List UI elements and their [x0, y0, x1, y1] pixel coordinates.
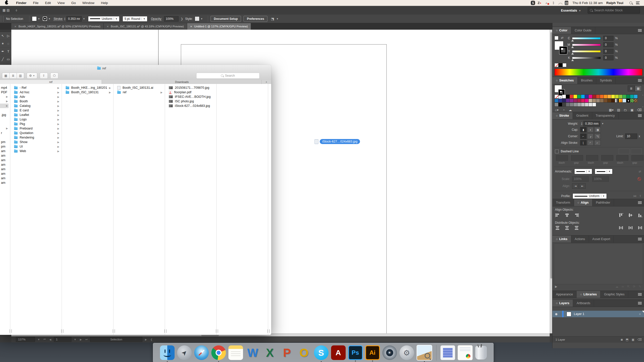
dock-chrome[interactable] [211, 345, 226, 360]
dashed-line-checkbox[interactable] [555, 150, 559, 153]
swatch-chip[interactable] [566, 99, 570, 103]
swatch-options-icon[interactable]: ▤ [617, 108, 620, 112]
swatch-chip[interactable] [634, 99, 638, 103]
dash-align-button[interactable] [631, 149, 642, 154]
finder-window[interactable]: ref ▦ ≣ ▥ ⚙▼ ⇪ ⬠ Search ref Downloads + … [0, 65, 271, 335]
swatch-chip[interactable] [630, 99, 634, 103]
slider-handle[interactable] [571, 53, 574, 55]
slider-value-field[interactable]: 0 [603, 55, 614, 60]
slider-value-field[interactable]: 0 [603, 42, 614, 47]
make-mask-icon[interactable]: ◙ [621, 338, 623, 341]
weight-stepper[interactable]: ▲▼ [581, 122, 583, 125]
dock-excel[interactable]: X [263, 345, 277, 360]
none-swatch[interactable] [554, 95, 558, 99]
swatch-chip[interactable] [634, 95, 638, 99]
magic-wand-tool[interactable]: ✶ [0, 40, 6, 48]
swatch-libraries-icon[interactable]: ⌂▾ [555, 108, 558, 112]
finder-item[interactable]: UI▶ [11, 144, 61, 149]
swatch-chip[interactable] [607, 99, 611, 103]
swatch-chip[interactable] [588, 103, 592, 107]
color-tab-color[interactable]: ◇Color [552, 27, 571, 34]
variable-width-profile-dropdown[interactable]: Uniform▼ [88, 16, 119, 22]
sliver-item[interactable]: r [1, 131, 9, 135]
swatch-chip[interactable] [619, 99, 623, 103]
new-tab-button[interactable]: + [261, 80, 271, 84]
menu-item-window[interactable]: Window [79, 1, 98, 5]
menu-item-file[interactable]: File [30, 1, 42, 5]
sliver-item[interactable]: pm [1, 144, 9, 149]
swatch-chip[interactable] [600, 99, 604, 103]
finder-item[interactable]: E card▶ [11, 108, 61, 113]
swatch-chip[interactable] [581, 99, 585, 103]
align-tab-pathfinder[interactable]: Pathfinder [592, 199, 614, 206]
swatch-chip[interactable] [573, 103, 577, 107]
align-horizontal-1-button[interactable] [555, 213, 560, 218]
swatch-chip[interactable] [573, 95, 577, 99]
clipboard-status-icon[interactable]: ▤ [565, 1, 568, 5]
dock-trash[interactable] [475, 346, 487, 359]
menu-clock[interactable]: Thu 8 Feb 11:38 am [572, 1, 603, 5]
swatch-chip[interactable] [562, 95, 566, 99]
swatch-chip[interactable] [570, 95, 574, 99]
drag-ghost[interactable]: iStock-627…024x683.jpg [314, 139, 360, 144]
swatch-chip[interactable] [581, 95, 585, 99]
swatch-chip[interactable] [577, 95, 581, 99]
layer-name[interactable]: Layer 1 [574, 312, 584, 316]
document-tab-1[interactable]: ✕Booth_HKEF_Spring_180201.ai* @ 50% (CMY… [11, 23, 104, 30]
slider-track[interactable] [572, 44, 601, 46]
stroke-proxy[interactable] [559, 47, 567, 54]
list-view-button[interactable]: ≣ [628, 85, 635, 92]
panel-grip[interactable] [1, 16, 4, 22]
swatch-chip[interactable] [607, 95, 611, 99]
annotate-status-icon[interactable]: Z+ [537, 1, 542, 5]
dock-downloads-stack[interactable] [458, 345, 473, 360]
new-swatch-icon[interactable]: ▣ [630, 108, 633, 112]
slider-track[interactable] [572, 57, 601, 59]
swatch-chip[interactable] [592, 99, 596, 103]
isolate-mode-icon[interactable]: ⬔ [271, 17, 274, 21]
slider-handle[interactable] [571, 39, 574, 41]
type-tool[interactable]: T [6, 48, 11, 55]
last-artboard-button[interactable]: ⏭ [84, 338, 89, 341]
swatch-chip[interactable] [558, 99, 562, 103]
zoom-level-field[interactable]: 137% [16, 337, 35, 342]
document-tab-3[interactable]: ✕Untitled-1 @ 137% (CMYK/GPU Preview) [187, 23, 251, 30]
stroke-tab-stroke[interactable]: ◇Stroke [552, 112, 573, 119]
align-vertical-1-button[interactable] [619, 213, 624, 218]
swatch-chip[interactable] [562, 99, 566, 103]
pen-tool[interactable]: ✒ [0, 48, 6, 55]
close-tab-icon[interactable]: ✕ [14, 25, 16, 28]
dash-preserve-button[interactable] [619, 149, 630, 154]
finder-item[interactable]: Preboard▶ [11, 126, 61, 131]
finder-item[interactable]: - Ref▶ [11, 85, 61, 90]
libraries-tab-graphic-styles[interactable]: Graphic Styles [600, 291, 628, 298]
swatch-chip[interactable] [588, 99, 592, 103]
color-tab-color-guide[interactable]: Color Guide [571, 27, 595, 34]
menu-item-view[interactable]: View [54, 1, 68, 5]
align-stroke-outside-button[interactable]: ⌐ [594, 140, 601, 146]
slider-handle[interactable] [571, 46, 574, 48]
swatch-chip[interactable] [615, 95, 619, 99]
dock-notes[interactable] [228, 345, 243, 360]
selection-tool[interactable]: ↖ [0, 32, 6, 40]
icon-view-button[interactable]: ▦ [2, 73, 10, 79]
swatch-chip[interactable] [603, 95, 608, 99]
swatch-group-folder[interactable] [554, 103, 558, 107]
fast-user-switch[interactable]: Ralph Tsui [606, 1, 623, 5]
stroke-weight-field[interactable]: 0.353 mr [66, 16, 82, 22]
sliver-item[interactable]: am [1, 180, 9, 185]
distribute-horizontal-2-button[interactable] [628, 225, 633, 231]
artboard-dropdown-caret[interactable]: ▼ [73, 338, 77, 341]
stroke-link[interactable]: Stroke: [54, 17, 63, 21]
align-tab-transform[interactable]: Transform [552, 199, 574, 206]
dock-outlook[interactable]: O [297, 345, 311, 360]
status-collapse[interactable]: ❮ [149, 338, 153, 341]
finder-item[interactable]: Ad hoc▶ [11, 90, 61, 95]
skype-status-icon[interactable]: S [531, 1, 535, 5]
finder-item[interactable]: Booth_ISC_180131.ai [114, 85, 165, 90]
align-vertical-3-button[interactable] [638, 213, 643, 218]
finder-item[interactable]: Booth_ISC_180131▶ [62, 90, 113, 95]
delete-swatch-icon[interactable]: ⌫ [637, 108, 642, 112]
swatch-chip[interactable] [592, 95, 596, 99]
sliver-item[interactable]: am [1, 149, 9, 153]
